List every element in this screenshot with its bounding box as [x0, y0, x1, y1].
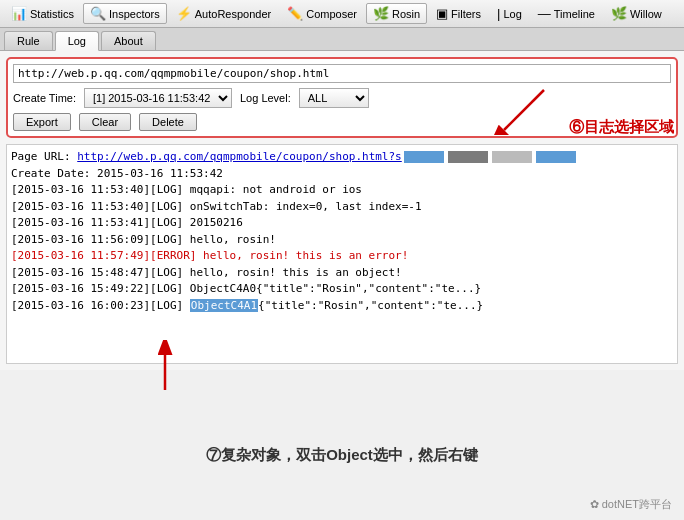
- toolbar-log-label: Log: [503, 8, 521, 20]
- log-line: Page URL: http://web.p.qq.com/qqmpmobile…: [11, 149, 673, 166]
- log-line: [2015-03-16 16:00:23][LOG] ObjectC4A1{"t…: [11, 298, 673, 315]
- toolbar-timeline-label: Timeline: [554, 8, 595, 20]
- delete-button[interactable]: Delete: [139, 113, 197, 131]
- log-line: [2015-03-16 11:53:41][LOG] 20150216: [11, 215, 673, 232]
- log-line: [2015-03-16 11:53:40][LOG] onSwitchTab: …: [11, 199, 673, 216]
- timeline-icon: —: [538, 6, 551, 21]
- willow-icon: 🌿: [611, 6, 627, 21]
- log-line: [2015-03-16 11:53:40][LOG] mqqapi: not a…: [11, 182, 673, 199]
- toolbar-inspectors-label: Inspectors: [109, 8, 160, 20]
- toolbar-filters[interactable]: ▣ Filters: [429, 3, 488, 24]
- toolbar-timeline[interactable]: — Timeline: [531, 3, 602, 24]
- clear-button[interactable]: Clear: [79, 113, 131, 131]
- filter-box: Create Time: [1] 2015-03-16 11:53:42 Log…: [6, 57, 678, 138]
- toolbar-autoresponder[interactable]: ⚡ AutoResponder: [169, 3, 278, 24]
- autoresponder-icon: ⚡: [176, 6, 192, 21]
- log-line: [2015-03-16 15:48:47][LOG] hello, rosin!…: [11, 265, 673, 282]
- annotation-bottom-label: ⑦复杂对象，双击Object选中，然后右键: [132, 446, 552, 465]
- main-content: Create Time: [1] 2015-03-16 11:53:42 Log…: [0, 51, 684, 370]
- toolbar-statistics-label: Statistics: [30, 8, 74, 20]
- tab-about[interactable]: About: [101, 31, 156, 50]
- toolbar-willow-label: Willow: [630, 8, 662, 20]
- log-line: [2015-03-16 15:49:22][LOG] ObjectC4A0{"t…: [11, 281, 673, 298]
- toolbar-autoresponder-label: AutoResponder: [195, 8, 271, 20]
- button-row: Export Clear Delete: [13, 113, 671, 131]
- create-time-label: Create Time:: [13, 92, 76, 104]
- tab-rule[interactable]: Rule: [4, 31, 53, 50]
- toolbar-log[interactable]: | Log: [490, 3, 529, 24]
- log-line: Create Date: 2015-03-16 11:53:42: [11, 166, 673, 183]
- toolbar-statistics[interactable]: 📊 Statistics: [4, 3, 81, 24]
- controls-row: Create Time: [1] 2015-03-16 11:53:42 Log…: [13, 88, 671, 108]
- log-line: [2015-03-16 11:57:49][ERROR] hello, rosi…: [11, 248, 673, 265]
- rosin-icon: 🌿: [373, 6, 389, 21]
- statistics-icon: 📊: [11, 6, 27, 21]
- tab-log[interactable]: Log: [55, 31, 99, 51]
- url-row: [13, 64, 671, 83]
- inspectors-icon: 🔍: [90, 6, 106, 21]
- toolbar-inspectors[interactable]: 🔍 Inspectors: [83, 3, 167, 24]
- create-time-select[interactable]: [1] 2015-03-16 11:53:42: [84, 88, 232, 108]
- toolbar-willow[interactable]: 🌿 Willow: [604, 3, 669, 24]
- filters-icon: ▣: [436, 6, 448, 21]
- tab-bar: Rule Log About: [0, 28, 684, 51]
- toolbar-composer-label: Composer: [306, 8, 357, 20]
- url-input[interactable]: [13, 64, 671, 83]
- toolbar: 📊 Statistics 🔍 Inspectors ⚡ AutoResponde…: [0, 0, 684, 28]
- log-icon: |: [497, 6, 500, 21]
- log-line: [2015-03-16 11:56:09][LOG] hello, rosin!: [11, 232, 673, 249]
- toolbar-composer[interactable]: ✏️ Composer: [280, 3, 364, 24]
- log-level-label: Log Level:: [240, 92, 291, 104]
- watermark: ✿ dotNET跨平台: [590, 497, 672, 512]
- toolbar-filters-label: Filters: [451, 8, 481, 20]
- toolbar-rosin-label: Rosin: [392, 8, 420, 20]
- composer-icon: ✏️: [287, 6, 303, 21]
- log-level-select[interactable]: ALL LOG ERROR WARN: [299, 88, 369, 108]
- export-button[interactable]: Export: [13, 113, 71, 131]
- log-area[interactable]: Page URL: http://web.p.qq.com/qqmpmobile…: [6, 144, 678, 364]
- toolbar-rosin[interactable]: 🌿 Rosin: [366, 3, 427, 24]
